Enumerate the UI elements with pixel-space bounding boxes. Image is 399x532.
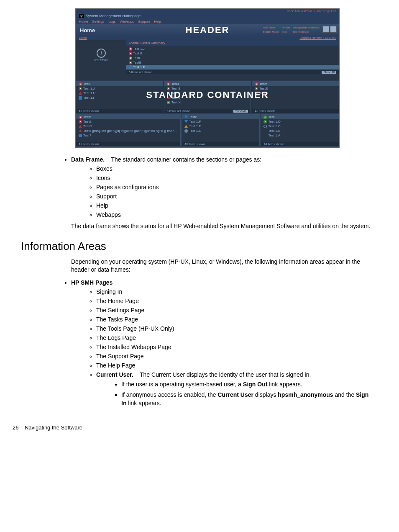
disabled-icon — [79, 96, 82, 100]
nav-support[interactable]: Support — [138, 20, 150, 23]
critical-icon — [79, 87, 82, 90]
page-number: 26 — [13, 424, 18, 431]
panel-test3: Test3 Test 1.J Test 1.H Test 1.I All ite… — [76, 81, 163, 113]
unknown-icon — [263, 125, 267, 128]
current-user-label: Current User. — [96, 371, 133, 378]
user-label: User: Administrator — [287, 10, 312, 13]
minor-icon — [184, 116, 188, 118]
list-item[interactable]: Test 8 — [126, 51, 339, 56]
panel-test: Test Test 1.D Test 1.C Test 1.B Test 1.A… — [261, 114, 339, 146]
header-overlay-label: HEADER — [186, 25, 230, 36]
list-view-icon[interactable] — [330, 26, 337, 33]
header-row: Home HEADER Host Name:itetest4Management… — [76, 24, 339, 36]
list-item[interactable]: Test 1.D — [261, 119, 339, 124]
critical-icon — [255, 87, 258, 90]
panel-test4: Test4 Test 8 Test 1 Test 9 Test X 3 item… — [164, 81, 251, 113]
list-item: Webapps — [96, 211, 374, 218]
info-area-list: HP SMH Pages Signing In The Home Page Th… — [63, 279, 374, 408]
test-status-label: Test Status — [76, 59, 126, 62]
nav-webapps[interactable]: Webapps — [120, 20, 134, 23]
critical-icon — [79, 116, 82, 119]
list-item: If anonymous access is enabled, the Curr… — [121, 391, 374, 407]
nav-help[interactable]: Help — [154, 20, 161, 23]
heading-information-areas: Information Areas — [21, 240, 374, 253]
smh-screenshot: User: Administrator Home | Sign Out hp S… — [75, 8, 340, 148]
list-item: The Logs Page — [96, 334, 374, 341]
data-frame-label: Data Frame. — [71, 156, 105, 163]
minor-icon — [129, 65, 132, 68]
page-footer: 26 Navigating the Software — [13, 424, 374, 431]
list-item: Support — [96, 193, 374, 200]
list-item[interactable]: Test X — [164, 100, 251, 105]
list-item: If the user is a operating system-based … — [121, 380, 374, 389]
summary-list: Test 1.J Test 8 TestE TestB Test 1.F — [126, 46, 339, 70]
hp-logo-icon: hp — [79, 14, 84, 18]
show-all-button[interactable]: Show All — [233, 110, 248, 113]
list-item[interactable]: Test 1.C — [261, 124, 339, 129]
list-item: The Support Page — [96, 353, 374, 360]
critical-icon — [79, 120, 82, 123]
panel-test5: Test5 TestE TestK All items shown — [252, 81, 339, 113]
list-item[interactable]: Test 1.J — [126, 46, 339, 51]
list-item[interactable]: Test 1.B — [261, 129, 339, 133]
list-item[interactable]: TestB — [76, 119, 180, 124]
breadcrumb[interactable]: Home — [79, 36, 87, 39]
page-chapter: Navigating the Software — [25, 424, 82, 431]
list-item: The Home Page — [96, 298, 374, 304]
grid-view-icon[interactable] — [322, 26, 329, 33]
list-item[interactable]: Test 1.E — [182, 124, 260, 129]
data-frame-bullet: Data Frame. The standard container conta… — [63, 156, 374, 231]
list-item[interactable]: Test 8 — [164, 86, 251, 91]
nav-home[interactable]: Home — [79, 20, 88, 23]
list-item: The Tasks Page — [96, 316, 374, 323]
major-icon — [255, 92, 258, 95]
user-links[interactable]: Home | Sign Out — [314, 10, 336, 13]
list-item[interactable]: Test 1.A — [261, 133, 339, 138]
list-item: Signing In — [96, 288, 374, 295]
refresh-link[interactable]: Refresh — [312, 36, 322, 39]
ok-icon — [167, 101, 170, 104]
nav-logs[interactable]: Logs — [108, 20, 115, 23]
data-frame-items: Boxes Icons Pages as configurations Supp… — [88, 165, 374, 218]
list-item[interactable]: Test 1.G — [182, 129, 260, 133]
list-item[interactable]: Test7 — [76, 133, 180, 138]
list-item: Help — [96, 202, 374, 209]
critical-icon — [129, 57, 132, 60]
warning-icon — [184, 125, 188, 128]
app-title: System Management Homepage — [86, 14, 141, 18]
minor-icon — [167, 92, 170, 95]
nav-settings[interactable]: Settings — [92, 20, 104, 23]
panel-test6: Test6 TestB TestG Test6 gfdhg dfh gdf hg… — [76, 114, 181, 146]
critical-icon — [129, 61, 132, 64]
list-item: The Help Page — [96, 362, 374, 369]
summary-title: Overall Status Summary — [126, 40, 339, 46]
list-item: The Tools Page (HP-UX Only) — [96, 325, 374, 332]
list-item[interactable]: Test 9 — [164, 95, 251, 100]
major-icon — [79, 125, 82, 128]
major-icon — [167, 96, 170, 99]
list-item[interactable]: Test 1.J — [76, 86, 163, 91]
list-item[interactable]: Test 1.F — [126, 65, 339, 69]
list-item[interactable]: Test 1.I — [76, 95, 163, 100]
show-all-button[interactable]: Show All — [322, 71, 336, 74]
list-item[interactable]: Test6 gfdhg dfh gdf hgjdj thgjkd fh gkdh… — [76, 129, 180, 133]
list-item[interactable]: TestK — [252, 91, 339, 95]
smh-pages-items: Signing In The Home Page The Settings Pa… — [88, 288, 374, 408]
list-item[interactable]: Test 1.H — [76, 91, 163, 95]
legend-link[interactable]: Legend — [299, 36, 309, 39]
list-item[interactable]: TestE — [252, 86, 339, 91]
minor-icon — [184, 120, 188, 123]
list-item: Pages as configurations — [96, 184, 374, 190]
critical-icon — [129, 47, 132, 51]
panel-test2: Test2 Test 1.F Test 1.E Test 1.G All ite… — [182, 114, 260, 146]
list-item[interactable]: Test 1 — [164, 91, 251, 95]
summary-footer: 6 items not shown Show All — [126, 70, 339, 74]
list-item[interactable]: TestG — [76, 124, 180, 129]
view-toggle[interactable] — [322, 26, 337, 33]
info-icon — [184, 129, 188, 133]
list-item[interactable]: Test 1.F — [182, 119, 260, 124]
critical-icon — [255, 82, 258, 86]
list-item[interactable]: TestB — [126, 60, 339, 65]
data-frame-text: The standard container contains the sect… — [111, 156, 261, 163]
list-item[interactable]: TestE — [126, 56, 339, 60]
